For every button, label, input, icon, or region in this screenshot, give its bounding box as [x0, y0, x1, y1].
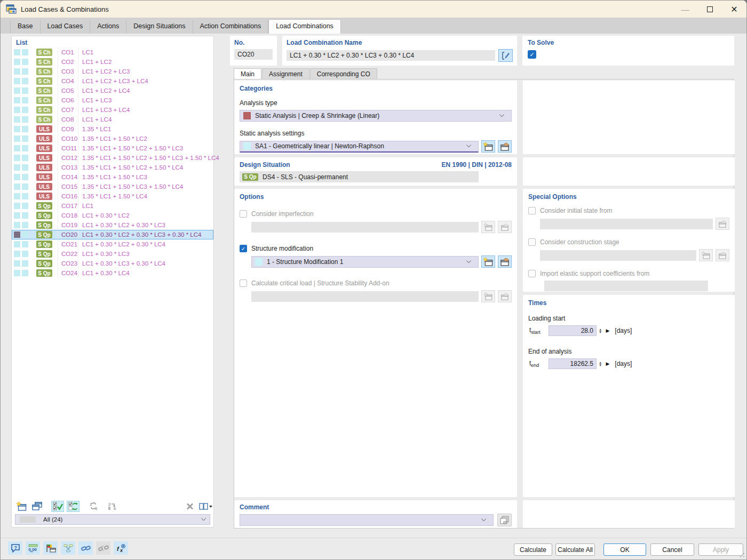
- edit-structure-modification-button[interactable]: [498, 255, 512, 268]
- select-cell[interactable]: [22, 231, 28, 238]
- list-row-co2[interactable]: S ChCO2LC1 + LC2: [12, 57, 213, 67]
- structure-modification-checkbox[interactable]: ✓: [240, 245, 247, 252]
- select-cell[interactable]: [22, 49, 28, 55]
- select-cell[interactable]: [22, 107, 28, 113]
- delete-button[interactable]: [184, 501, 196, 512]
- new-settings-button[interactable]: [481, 140, 495, 153]
- predefined-comments-button[interactable]: [497, 514, 512, 526]
- tab-load-combinations[interactable]: Load Combinations: [268, 19, 341, 34]
- list-row-co12[interactable]: ULSCO121.35 * LC1 + 1.50 * LC2 + 1.50 * …: [12, 153, 213, 163]
- static-settings-dropdown[interactable]: SA1 - Geometrically linear | Newton-Raph…: [240, 141, 479, 153]
- list-row-co23[interactable]: S QpCO23LC1 + 0.30 * LC3 + 0.30 * LC4: [12, 259, 213, 268]
- tstart-input[interactable]: 28.0: [549, 325, 597, 336]
- subtab-assignment[interactable]: Assignment: [262, 68, 309, 79]
- name-field[interactable]: LC1 + 0.30 * LC2 + 0.30 * LC3 + 0.30 * L…: [287, 50, 495, 61]
- select-cell[interactable]: [22, 78, 28, 84]
- list-row-co22[interactable]: S QpCO22LC1 + 0.30 * LC3: [12, 249, 213, 259]
- list-row-co14[interactable]: ULSCO141.35 * LC1 + 1.50 * LC3: [12, 172, 213, 182]
- tab-load-cases[interactable]: Load Cases: [41, 20, 91, 34]
- list-row-co15[interactable]: ULSCO151.35 * LC1 + 1.50 * LC3 + 1.50 * …: [12, 182, 213, 191]
- select-cell[interactable]: [22, 174, 28, 180]
- select-cell[interactable]: [22, 164, 28, 171]
- select-cell[interactable]: [22, 59, 28, 65]
- list-row-co17[interactable]: S QpCO17LC1: [12, 201, 213, 211]
- comment-dropdown[interactable]: [240, 514, 494, 526]
- copy-combination-button[interactable]: [30, 501, 43, 512]
- tstart-detail-button[interactable]: ▶: [606, 328, 609, 333]
- edit-settings-button[interactable]: [498, 140, 512, 153]
- select-cell[interactable]: [22, 116, 28, 123]
- tend-input[interactable]: 18262.5: [549, 358, 597, 369]
- tab-design-situations[interactable]: Design Situations: [126, 20, 193, 34]
- invert-checks-button[interactable]: [67, 501, 80, 512]
- select-cell[interactable]: [22, 251, 28, 257]
- list-row-co3[interactable]: S ChCO3LC1 + LC2 + LC3: [12, 67, 213, 76]
- select-cell[interactable]: [22, 193, 28, 199]
- maximize-button[interactable]: [697, 1, 722, 18]
- select-cell[interactable]: [22, 68, 28, 75]
- list-row-co10[interactable]: ULSCO101.35 * LC1 + 1.50 * LC2: [12, 134, 213, 143]
- tstart-spinner[interactable]: ▲▼: [599, 328, 602, 333]
- tend-spinner[interactable]: ▲▼: [599, 361, 602, 366]
- check-all-button[interactable]: [51, 501, 64, 512]
- critical-load-checkbox[interactable]: [240, 279, 247, 287]
- select-cell[interactable]: [22, 203, 28, 209]
- minimize-button[interactable]: —: [673, 1, 697, 18]
- number-field[interactable]: CO20: [234, 49, 273, 60]
- list-row-co21[interactable]: S QpCO21LC1 + 0.30 * LC2 + 0.30 * LC4: [12, 239, 213, 249]
- close-button[interactable]: ✕: [722, 1, 746, 18]
- list-row-co18[interactable]: S QpCO18LC1 + 0.30 * LC2: [12, 211, 213, 220]
- list-row-co5[interactable]: S ChCO5LC1 + LC2 + LC4: [12, 86, 213, 95]
- list-row-co9[interactable]: ULSCO91.35 * LC1: [12, 124, 213, 134]
- list-row-co4[interactable]: S ChCO4LC1 + LC2 + LC3 + LC4: [12, 76, 213, 86]
- list-filter-dropdown[interactable]: All (24): [15, 514, 210, 525]
- select-cell[interactable]: [22, 126, 28, 132]
- list-row-co13[interactable]: ULSCO131.35 * LC1 + 1.50 * LC2 + 1.50 * …: [12, 163, 213, 172]
- select-cell[interactable]: [22, 97, 28, 103]
- new-structure-modification-button[interactable]: [481, 255, 495, 268]
- resize-grip[interactable]: [740, 553, 745, 558]
- select-cell[interactable]: [22, 270, 28, 276]
- list-row-co7[interactable]: S ChCO7LC1 + LC3 + LC4: [12, 105, 213, 115]
- list-row-co8[interactable]: S ChCO8LC1 + LC4: [12, 115, 213, 124]
- columns-view-button[interactable]: [198, 501, 214, 512]
- tab-action-combinations[interactable]: Action Combinations: [193, 20, 269, 34]
- select-cell[interactable]: [22, 145, 28, 151]
- list-row-co24[interactable]: S QpCO24LC1 + 0.30 * LC4: [12, 268, 213, 278]
- ok-button[interactable]: OK: [603, 543, 646, 556]
- calculate-all-button[interactable]: Calculate All: [555, 543, 595, 556]
- select-cell[interactable]: [22, 260, 28, 267]
- to-solve-checkbox[interactable]: ✓: [528, 50, 536, 59]
- select-cell[interactable]: [22, 87, 28, 94]
- select-cell[interactable]: [22, 155, 28, 161]
- select-cell[interactable]: [22, 222, 28, 228]
- structure-modification-dropdown[interactable]: 1 - Structure Modification 1: [251, 256, 479, 268]
- renumber-button[interactable]: 2 6: [88, 501, 100, 512]
- new-combination-button[interactable]: [15, 501, 28, 512]
- tab-base[interactable]: Base: [10, 20, 41, 34]
- calculate-button[interactable]: Calculate: [514, 543, 552, 556]
- select-cell[interactable]: [22, 183, 28, 190]
- construction-stage-checkbox[interactable]: [528, 238, 536, 246]
- select-cell[interactable]: [22, 135, 28, 142]
- consider-imperfection-checkbox[interactable]: [240, 210, 247, 218]
- edit-name-button[interactable]: [498, 49, 513, 62]
- select-cell[interactable]: [22, 212, 28, 219]
- elastic-support-checkbox[interactable]: [528, 270, 536, 277]
- tend-detail-button[interactable]: ▶: [606, 361, 609, 366]
- list-row-co1[interactable]: S ChCO1LC1: [12, 47, 213, 57]
- analysis-type-dropdown[interactable]: Static Analysis | Creep & Shrinkage (Lin…: [240, 110, 512, 122]
- tab-actions[interactable]: Actions: [90, 20, 126, 34]
- list-row-co20[interactable]: S QpCO20LC1 + 0.30 * LC2 + 0.30 * LC3 + …: [12, 230, 213, 239]
- list-row-co11[interactable]: ULSCO111.35 * LC1 + 1.50 * LC2 + 1.50 * …: [12, 143, 213, 153]
- list-row-co16[interactable]: ULSCO161.35 * LC1 + 1.50 * LC4: [12, 191, 213, 201]
- list-row-co19[interactable]: S QpCO19LC1 + 0.30 * LC2 + 0.30 * LC3: [12, 220, 213, 230]
- design-situation-field[interactable]: S Qp DS4 - SLS - Quasi-permanent: [240, 171, 479, 182]
- renumber-options-button[interactable]: 2 6: [106, 501, 119, 512]
- initial-state-checkbox[interactable]: [528, 207, 536, 214]
- subtab-corresponding-co[interactable]: Corresponding CO: [310, 68, 377, 79]
- select-cell[interactable]: [22, 241, 28, 247]
- list-row-co6[interactable]: S ChCO6LC1 + LC3: [12, 95, 213, 105]
- cancel-button[interactable]: Cancel: [650, 543, 694, 556]
- subtab-main[interactable]: Main: [234, 68, 261, 79]
